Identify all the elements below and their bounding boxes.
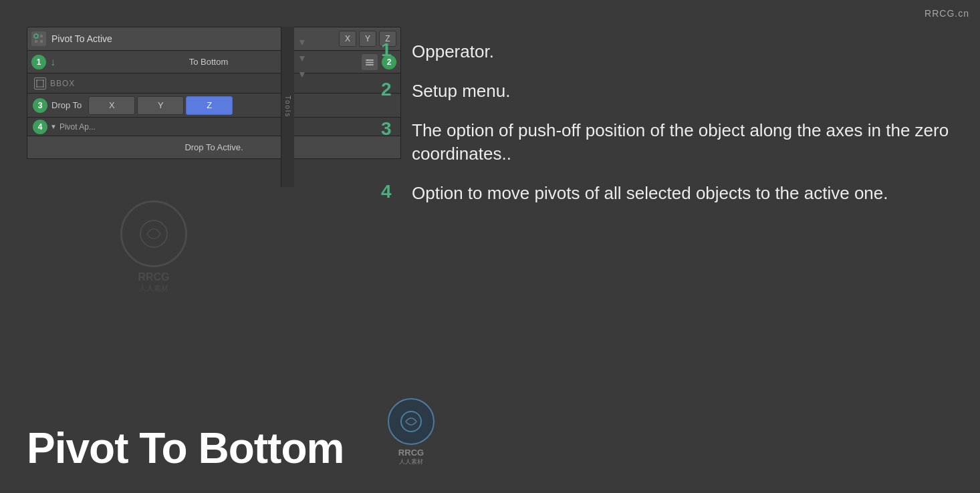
watermark-text-rrcg: RRCG bbox=[120, 271, 187, 283]
download-icon: ↓ bbox=[50, 56, 55, 68]
tobottom-row: 1 ↓ To Bottom 2 bbox=[27, 51, 401, 73]
svg-point-3 bbox=[41, 41, 43, 43]
svg-point-12 bbox=[43, 86, 44, 88]
bbox-label: BBOX bbox=[50, 79, 75, 88]
toolbar-row: Pivot To Active X Y Z bbox=[27, 27, 401, 51]
svg-point-14 bbox=[401, 412, 421, 432]
svg-rect-5 bbox=[366, 61, 374, 63]
dropto-active-label: Drop To Active. bbox=[33, 142, 395, 152]
desc-number-2: 2 bbox=[381, 79, 401, 100]
desc-text-2: Setup menu. bbox=[412, 79, 510, 103]
y-axis-btn[interactable]: Y bbox=[359, 31, 376, 47]
svg-point-13 bbox=[140, 220, 167, 247]
watermark-bottom-text: RRCG bbox=[398, 448, 424, 458]
watermark-top-right: RRCG.cn bbox=[925, 8, 969, 19]
svg-point-11 bbox=[36, 86, 37, 88]
pivot-row-label: Pivot Ap... bbox=[59, 122, 96, 132]
arrow-container: ▼ ▼ ▼ bbox=[297, 37, 307, 79]
badge-1: 1 bbox=[31, 55, 46, 69]
svg-rect-8 bbox=[37, 80, 43, 87]
triangle-icon: ▼ bbox=[50, 123, 57, 130]
desc-number-4: 4 bbox=[381, 182, 401, 202]
badge-3: 3 bbox=[33, 98, 47, 113]
desc-item-1: 1 Opperator. bbox=[381, 40, 949, 63]
arrow-down-1: ▼ bbox=[297, 37, 307, 47]
x-axis-btn[interactable]: X bbox=[339, 31, 356, 47]
pivot-icon bbox=[31, 31, 46, 46]
svg-point-9 bbox=[36, 79, 37, 81]
dropto-active-row[interactable]: Drop To Active. bbox=[27, 136, 401, 159]
pivot-row: 4 ▼ Pivot Ap... bbox=[27, 118, 401, 136]
dropto-row: 3 Drop To X Y Z bbox=[27, 94, 401, 118]
desc-text-1: Opperator. bbox=[412, 40, 494, 63]
bottom-title: Pivot To Bottom bbox=[27, 424, 344, 473]
desc-number-1: 1 bbox=[381, 40, 401, 61]
ui-panel: Pivot To Active X Y Z 1 ↓ To Bottom 2 bbox=[27, 27, 401, 159]
setup-icon[interactable] bbox=[362, 54, 378, 70]
descriptions-panel: 1 Opperator. 2 Setup menu. 3 The option … bbox=[381, 40, 949, 221]
dropto-label: Drop To bbox=[51, 100, 82, 110]
arrow-down-3: ▼ bbox=[297, 69, 307, 79]
bbox-icon bbox=[34, 77, 46, 90]
watermark-sub: 人人素材 bbox=[120, 283, 187, 293]
x-dropto-btn[interactable]: X bbox=[88, 96, 135, 115]
svg-rect-4 bbox=[366, 59, 374, 61]
svg-point-2 bbox=[35, 41, 37, 43]
svg-point-0 bbox=[34, 34, 38, 38]
bbox-row: BBOX bbox=[27, 73, 401, 94]
svg-rect-6 bbox=[366, 64, 374, 65]
watermark-bottom-circle bbox=[388, 398, 435, 445]
watermark-center: RRCG 人人素材 bbox=[120, 200, 187, 293]
tools-label: Tools bbox=[284, 96, 291, 118]
svg-point-1 bbox=[41, 35, 43, 37]
desc-text-4: Option to move pivots of all selected ob… bbox=[412, 182, 888, 205]
z-dropto-btn[interactable]: Z bbox=[186, 96, 233, 115]
axis-group: X Y Z bbox=[88, 96, 233, 115]
desc-text-3: The option of push-off position of the o… bbox=[412, 119, 949, 166]
y-dropto-btn[interactable]: Y bbox=[137, 96, 184, 115]
arrow-down-2: ▼ bbox=[297, 53, 307, 63]
watermark-bottom: RRCG 人人素材 bbox=[388, 398, 435, 466]
desc-number-3: 3 bbox=[381, 119, 401, 140]
watermark-circle bbox=[120, 200, 187, 267]
svg-point-10 bbox=[43, 79, 44, 81]
tobottom-label: To Bottom bbox=[59, 57, 358, 67]
badge-4: 4 bbox=[33, 120, 47, 134]
desc-item-2: 2 Setup menu. bbox=[381, 79, 949, 103]
tools-sidebar: Tools bbox=[281, 27, 294, 187]
desc-item-4: 4 Option to move pivots of all selected … bbox=[381, 182, 949, 205]
watermark-bottom-sub: 人人素材 bbox=[399, 458, 423, 466]
desc-item-3: 3 The option of push-off position of the… bbox=[381, 119, 949, 166]
